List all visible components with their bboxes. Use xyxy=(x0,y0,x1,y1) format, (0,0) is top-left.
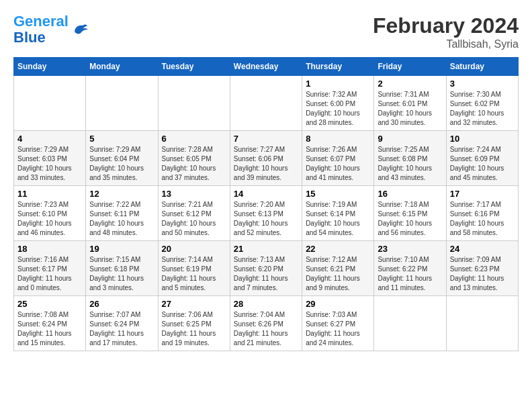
day-number: 26 xyxy=(89,299,154,309)
day-header-wednesday: Wednesday xyxy=(230,58,302,76)
day-info: Sunrise: 7:07 AM Sunset: 6:24 PM Dayligh… xyxy=(89,311,144,347)
day-cell: 9Sunrise: 7:25 AM Sunset: 6:08 PM Daylig… xyxy=(374,131,446,186)
day-cell: 8Sunrise: 7:26 AM Sunset: 6:07 PM Daylig… xyxy=(302,131,374,186)
day-number: 25 xyxy=(17,299,82,309)
day-info: Sunrise: 7:04 AM Sunset: 6:26 PM Dayligh… xyxy=(234,311,288,347)
day-info: Sunrise: 7:22 AM Sunset: 6:11 PM Dayligh… xyxy=(89,201,144,236)
day-number: 28 xyxy=(234,299,298,309)
day-cell: 2Sunrise: 7:31 AM Sunset: 6:01 PM Daylig… xyxy=(374,76,446,131)
day-cell: 17Sunrise: 7:17 AM Sunset: 6:16 PM Dayli… xyxy=(446,186,518,241)
header-row: SundayMondayTuesdayWednesdayThursdayFrid… xyxy=(14,58,519,76)
day-info: Sunrise: 7:24 AM Sunset: 6:09 PM Dayligh… xyxy=(450,146,504,181)
day-cell: 11Sunrise: 7:23 AM Sunset: 6:10 PM Dayli… xyxy=(14,186,86,241)
day-cell xyxy=(86,76,158,131)
day-info: Sunrise: 7:12 AM Sunset: 6:21 PM Dayligh… xyxy=(306,256,360,291)
day-cell: 18Sunrise: 7:16 AM Sunset: 6:17 PM Dayli… xyxy=(14,241,86,296)
day-header-tuesday: Tuesday xyxy=(158,58,230,76)
day-number: 20 xyxy=(162,244,226,254)
day-cell: 10Sunrise: 7:24 AM Sunset: 6:09 PM Dayli… xyxy=(446,131,518,186)
day-cell: 15Sunrise: 7:19 AM Sunset: 6:14 PM Dayli… xyxy=(302,186,374,241)
day-number: 9 xyxy=(378,134,442,144)
day-cell xyxy=(158,76,230,131)
day-number: 27 xyxy=(162,299,226,309)
day-cell: 27Sunrise: 7:06 AM Sunset: 6:25 PM Dayli… xyxy=(158,296,230,351)
day-info: Sunrise: 7:17 AM Sunset: 6:16 PM Dayligh… xyxy=(450,201,504,236)
day-cell: 4Sunrise: 7:29 AM Sunset: 6:03 PM Daylig… xyxy=(14,131,86,186)
day-cell: 6Sunrise: 7:28 AM Sunset: 6:05 PM Daylig… xyxy=(158,131,230,186)
day-number: 23 xyxy=(378,244,442,254)
day-info: Sunrise: 7:16 AM Sunset: 6:17 PM Dayligh… xyxy=(17,256,72,291)
day-cell: 22Sunrise: 7:12 AM Sunset: 6:21 PM Dayli… xyxy=(302,241,374,296)
day-number: 16 xyxy=(378,189,442,199)
day-cell xyxy=(446,296,518,351)
logo: GeneralBlue xyxy=(13,13,90,46)
day-info: Sunrise: 7:15 AM Sunset: 6:18 PM Dayligh… xyxy=(89,256,144,291)
day-number: 10 xyxy=(450,134,515,144)
day-number: 2 xyxy=(378,79,442,89)
day-info: Sunrise: 7:19 AM Sunset: 6:14 PM Dayligh… xyxy=(306,201,360,236)
day-number: 18 xyxy=(17,244,82,254)
day-number: 19 xyxy=(89,244,154,254)
day-info: Sunrise: 7:23 AM Sunset: 6:10 PM Dayligh… xyxy=(17,201,72,236)
day-number: 6 xyxy=(162,134,226,144)
day-header-saturday: Saturday xyxy=(446,58,518,76)
week-row-4: 18Sunrise: 7:16 AM Sunset: 6:17 PM Dayli… xyxy=(14,241,519,296)
page-title: February 2024 xyxy=(373,13,519,38)
week-row-5: 25Sunrise: 7:08 AM Sunset: 6:24 PM Dayli… xyxy=(14,296,519,351)
logo-text: GeneralBlue xyxy=(13,13,69,46)
day-info: Sunrise: 7:26 AM Sunset: 6:07 PM Dayligh… xyxy=(306,146,360,181)
day-number: 5 xyxy=(89,134,154,144)
day-info: Sunrise: 7:32 AM Sunset: 6:00 PM Dayligh… xyxy=(306,91,360,126)
page-subtitle: Tallbisah, Syria xyxy=(373,38,519,50)
day-cell: 3Sunrise: 7:30 AM Sunset: 6:02 PM Daylig… xyxy=(446,76,518,131)
day-info: Sunrise: 7:29 AM Sunset: 6:04 PM Dayligh… xyxy=(89,146,144,181)
day-header-friday: Friday xyxy=(374,58,446,76)
day-cell: 23Sunrise: 7:10 AM Sunset: 6:22 PM Dayli… xyxy=(374,241,446,296)
day-info: Sunrise: 7:29 AM Sunset: 6:03 PM Dayligh… xyxy=(17,146,72,181)
title-block: February 2024 Tallbisah, Syria xyxy=(373,13,519,50)
day-cell: 14Sunrise: 7:20 AM Sunset: 6:13 PM Dayli… xyxy=(230,186,302,241)
week-row-2: 4Sunrise: 7:29 AM Sunset: 6:03 PM Daylig… xyxy=(14,131,519,186)
day-number: 24 xyxy=(450,244,515,254)
day-number: 15 xyxy=(306,189,370,199)
day-cell: 21Sunrise: 7:13 AM Sunset: 6:20 PM Dayli… xyxy=(230,241,302,296)
day-cell: 29Sunrise: 7:03 AM Sunset: 6:27 PM Dayli… xyxy=(302,296,374,351)
day-cell: 20Sunrise: 7:14 AM Sunset: 6:19 PM Dayli… xyxy=(158,241,230,296)
day-number: 7 xyxy=(234,134,298,144)
day-number: 14 xyxy=(234,189,298,199)
day-cell: 25Sunrise: 7:08 AM Sunset: 6:24 PM Dayli… xyxy=(14,296,86,351)
calendar-table: SundayMondayTuesdayWednesdayThursdayFrid… xyxy=(13,57,519,351)
day-info: Sunrise: 7:10 AM Sunset: 6:22 PM Dayligh… xyxy=(378,256,432,291)
day-header-thursday: Thursday xyxy=(302,58,374,76)
day-header-monday: Monday xyxy=(86,58,158,76)
day-cell: 7Sunrise: 7:27 AM Sunset: 6:06 PM Daylig… xyxy=(230,131,302,186)
day-number: 22 xyxy=(306,244,370,254)
day-info: Sunrise: 7:06 AM Sunset: 6:25 PM Dayligh… xyxy=(162,311,216,347)
day-cell xyxy=(374,296,446,351)
day-info: Sunrise: 7:25 AM Sunset: 6:08 PM Dayligh… xyxy=(378,146,432,181)
day-info: Sunrise: 7:03 AM Sunset: 6:27 PM Dayligh… xyxy=(306,311,360,347)
day-number: 11 xyxy=(17,189,82,199)
day-number: 17 xyxy=(450,189,515,199)
day-cell xyxy=(14,76,86,131)
day-cell: 28Sunrise: 7:04 AM Sunset: 6:26 PM Dayli… xyxy=(230,296,302,351)
day-info: Sunrise: 7:09 AM Sunset: 6:23 PM Dayligh… xyxy=(450,256,504,291)
page-header: GeneralBlue February 2024 Tallbisah, Syr… xyxy=(13,13,519,50)
logo-bird-icon xyxy=(70,19,90,40)
day-cell: 24Sunrise: 7:09 AM Sunset: 6:23 PM Dayli… xyxy=(446,241,518,296)
day-header-sunday: Sunday xyxy=(14,58,86,76)
day-number: 21 xyxy=(234,244,298,254)
day-cell: 19Sunrise: 7:15 AM Sunset: 6:18 PM Dayli… xyxy=(86,241,158,296)
day-number: 1 xyxy=(306,79,370,89)
day-cell: 26Sunrise: 7:07 AM Sunset: 6:24 PM Dayli… xyxy=(86,296,158,351)
day-cell: 5Sunrise: 7:29 AM Sunset: 6:04 PM Daylig… xyxy=(86,131,158,186)
day-number: 12 xyxy=(89,189,154,199)
day-number: 3 xyxy=(450,79,515,89)
day-info: Sunrise: 7:14 AM Sunset: 6:19 PM Dayligh… xyxy=(162,256,216,291)
day-info: Sunrise: 7:08 AM Sunset: 6:24 PM Dayligh… xyxy=(17,311,72,347)
day-number: 8 xyxy=(306,134,370,144)
day-cell: 16Sunrise: 7:18 AM Sunset: 6:15 PM Dayli… xyxy=(374,186,446,241)
day-info: Sunrise: 7:27 AM Sunset: 6:06 PM Dayligh… xyxy=(234,146,288,181)
day-info: Sunrise: 7:20 AM Sunset: 6:13 PM Dayligh… xyxy=(234,201,288,236)
day-cell: 12Sunrise: 7:22 AM Sunset: 6:11 PM Dayli… xyxy=(86,186,158,241)
